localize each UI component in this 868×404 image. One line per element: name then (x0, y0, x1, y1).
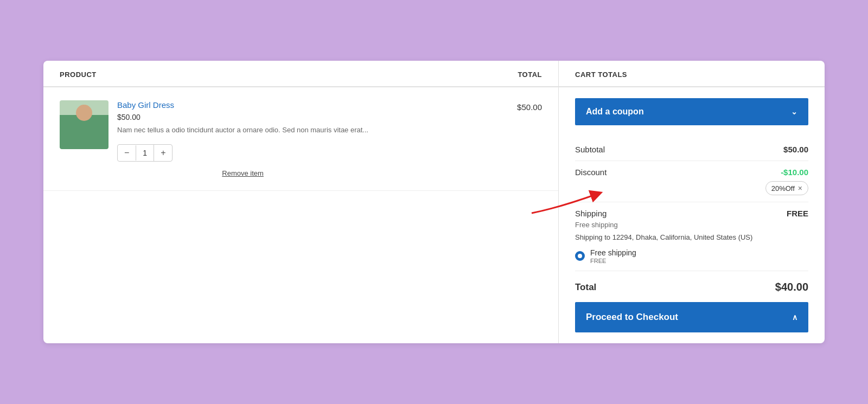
product-image (60, 100, 108, 149)
discount-row: Discount -$10.00 20%Off × (575, 161, 808, 202)
cart-totals-header: CART TOTALS (559, 61, 825, 87)
product-price: $50.00 (117, 113, 368, 121)
product-row-total: $50.00 (499, 100, 542, 112)
product-name[interactable]: Baby Girl Dress (117, 100, 368, 110)
checkout-chevron-icon: ∧ (792, 313, 797, 322)
radio-inner (578, 254, 582, 258)
checkout-label: Proceed to Checkout (586, 312, 678, 323)
free-shipping-sub: FREE (590, 258, 636, 264)
add-coupon-label: Add a coupon (586, 107, 644, 117)
shipping-left: Shipping Free shipping (575, 209, 618, 229)
cart-totals-section: CART TOTALS Add a coupon ⌄ Subtotal $50.… (559, 61, 825, 343)
total-label: Total (575, 282, 596, 293)
shipping-row: Shipping Free shipping FREE (575, 209, 808, 229)
coupon-tag: 20%Off × (765, 181, 808, 195)
subtotal-value: $50.00 (783, 145, 808, 154)
table-header: PRODUCT TOTAL (43, 61, 558, 87)
subtotal-label: Subtotal (575, 145, 605, 154)
shipping-sub-label: Free shipping (575, 221, 618, 229)
quantity-increase-button[interactable]: + (154, 145, 172, 161)
coupon-remove-button[interactable]: × (798, 184, 802, 193)
total-value: $40.00 (775, 281, 808, 293)
cart-totals-body: Add a coupon ⌄ Subtotal $50.00 Discount … (559, 87, 825, 343)
product-description: Nam nec tellus a odio tincidunt auctor a… (117, 125, 368, 136)
quantity-display: 1 (136, 145, 154, 161)
proceed-to-checkout-button[interactable]: Proceed to Checkout ∧ (575, 302, 808, 332)
coupon-code: 20%Off (771, 184, 795, 193)
page-wrapper: PRODUCT TOTAL Baby Girl Dress $50.00 Nam… (43, 61, 825, 343)
quantity-control: − 1 + (117, 144, 173, 162)
product-info: Baby Girl Dress $50.00 Nam nec tellus a … (60, 100, 499, 177)
add-coupon-chevron-icon: ⌄ (791, 107, 797, 116)
cart-layout: PRODUCT TOTAL Baby Girl Dress $50.00 Nam… (43, 61, 825, 343)
product-details: Baby Girl Dress $50.00 Nam nec tellus a … (117, 100, 368, 177)
shipping-option-label: Free shipping FREE (590, 248, 636, 264)
discount-label: Discount (575, 168, 607, 177)
free-shipping-option[interactable]: Free shipping FREE (575, 248, 808, 264)
total-row: Total $40.00 (575, 271, 808, 300)
discount-value: -$10.00 (781, 168, 808, 177)
total-column-header: TOTAL (518, 70, 542, 79)
subtotal-row: Subtotal $50.00 (575, 138, 808, 161)
free-shipping-radio[interactable] (575, 251, 585, 261)
product-row: Baby Girl Dress $50.00 Nam nec tellus a … (43, 87, 558, 191)
shipping-section: Shipping Free shipping FREE Shipping to … (575, 202, 808, 271)
quantity-decrease-button[interactable]: − (118, 145, 136, 161)
add-coupon-button[interactable]: Add a coupon ⌄ (575, 98, 808, 125)
shipping-value: FREE (787, 209, 808, 218)
shipping-label: Shipping (575, 209, 607, 218)
shipping-address: Shipping to 12294, Dhaka, California, Un… (575, 233, 808, 241)
discount-section: -$10.00 20%Off × (765, 168, 808, 195)
remove-item-button[interactable]: Remove item (117, 169, 368, 177)
free-shipping-label: Free shipping (590, 248, 636, 257)
product-column-header: PRODUCT (60, 70, 97, 79)
product-section: PRODUCT TOTAL Baby Girl Dress $50.00 Nam… (43, 61, 559, 343)
